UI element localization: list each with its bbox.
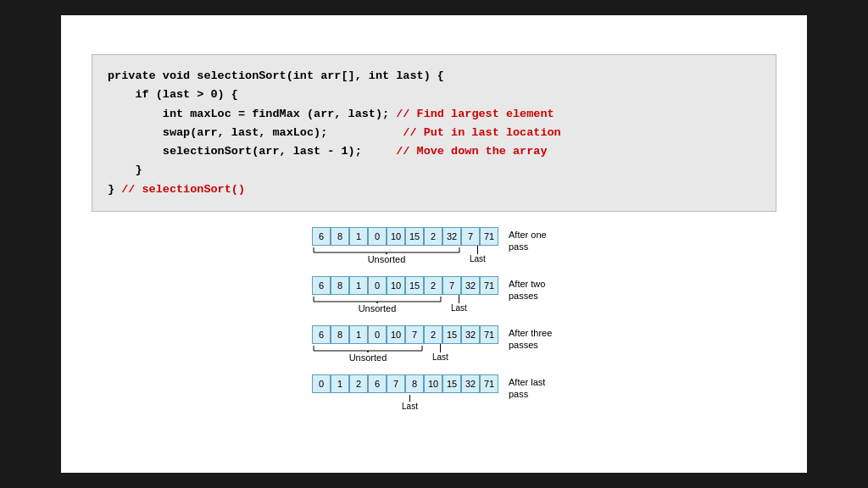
comment-2: // Put in last location [403,126,560,139]
array-wrap-pass2: 68101015273271UnsortedLast [312,276,498,313]
cell-pass2-0: 6 [312,276,331,295]
last-text-pass_last: Last [402,402,418,411]
brace-svg-pass2 [312,295,442,303]
cell-pass3-2: 1 [349,325,368,344]
array-label-pass3: After three passes [509,327,552,352]
cell-pass1-9: 71 [480,227,498,246]
cell-pass3-3: 0 [368,325,387,344]
cell-pass1-1: 8 [331,227,349,246]
cell-pass2-4: 10 [387,276,405,295]
brace-svg-pass1 [312,246,461,254]
cell-pass2-1: 8 [331,276,349,295]
code-line-6: } [108,161,760,180]
cell-pass_last-7: 15 [442,374,461,393]
array-wrap-pass1: 68101015232771UnsortedLast [312,227,498,264]
unsorted-label-pass3: Unsorted [312,352,424,363]
array-wrap-pass_last: 01267810153271Last [312,374,498,411]
cell-pass3-8: 32 [461,325,480,344]
code-line-3: int maxLoc = findMax (arr, last); // Fin… [108,105,760,124]
cell-pass2-9: 71 [480,276,498,295]
cell-pass1-0: 6 [312,227,331,246]
cell-pass1-7: 32 [442,227,461,246]
cell-pass_last-3: 6 [368,374,387,393]
comment-3: // Move down the array [396,145,547,158]
code-line-4: swap(arr, last, maxLoc); // Put in last … [108,124,760,142]
cell-pass3-5: 7 [405,325,424,344]
cell-pass2-8: 32 [461,276,480,295]
last-text-pass2: Last [451,303,467,313]
array-row-pass2: 68101015273271UnsortedLastAfter two pass… [312,276,545,313]
code-line-5: selectionSort(arr, last - 1); // Move do… [108,142,760,161]
cell-pass3-0: 6 [312,325,331,344]
code-block: private void selectionSort(int arr[], in… [92,54,776,212]
cell-pass2-2: 1 [349,276,368,295]
cell-pass2-3: 0 [368,276,387,295]
cell-pass1-3: 0 [368,227,387,246]
cell-pass3-7: 15 [442,325,461,344]
code-line-7: } // selectionSort() [108,180,760,199]
last-indicator-pass1: Last [470,246,486,263]
cell-pass1-4: 10 [387,227,405,246]
cell-pass3-4: 10 [387,325,405,344]
array-label-pass2: After two passes [509,278,545,302]
last-indicator-pass3: Last [432,344,448,362]
cells-pass3: 68101072153271 [312,325,498,344]
cell-pass2-5: 15 [405,276,424,295]
cell-pass_last-6: 10 [424,374,442,393]
unsorted-label-pass2: Unsorted [312,303,442,313]
array-wrap-pass3: 68101072153271UnsortedLast [312,325,498,363]
array-row-pass3: 68101072153271UnsortedLastAfter three pa… [312,325,552,363]
comment-1: // Find largest element [396,108,554,120]
cell-pass_last-8: 32 [461,374,480,393]
arrays-section: 68101015232771UnsortedLastAfter one pass… [312,227,776,416]
last-text-pass3: Last [432,352,448,362]
cells-pass1: 68101015232771 [312,227,498,246]
cell-pass3-1: 8 [331,325,349,344]
cells-pass_last: 01267810153271 [312,374,498,393]
cell-pass1-6: 2 [424,227,442,246]
code-line-2: if (last > 0) { [108,86,760,104]
array-label-pass1: After one pass [509,229,547,253]
cell-pass2-6: 2 [424,276,442,295]
array-row-pass_last: 01267810153271LastAfter last pass [312,374,545,411]
code-line-1: private void selectionSort(int arr[], in… [108,67,760,86]
cell-pass_last-2: 2 [349,374,368,393]
array-label-pass_last: After last pass [509,376,545,401]
cell-pass2-7: 7 [442,276,461,295]
comment-4: // selectionSort() [121,183,245,196]
cell-pass1-2: 1 [349,227,368,246]
cell-pass3-9: 71 [480,325,498,344]
cell-pass_last-1: 1 [331,374,349,393]
cell-pass_last-0: 0 [312,374,331,393]
last-indicator-pass2: Last [451,295,467,313]
array-row-pass1: 68101015232771UnsortedLastAfter one pass [312,227,547,264]
brace-svg-pass3 [312,344,424,352]
cell-pass1-8: 7 [461,227,480,246]
cells-pass2: 68101015273271 [312,276,498,295]
cell-pass_last-9: 71 [480,374,498,393]
slide: private void selectionSort(int arr[], in… [61,15,807,473]
cell-pass_last-4: 7 [387,374,405,393]
last-text-pass1: Last [470,254,486,263]
cell-pass1-5: 15 [405,227,424,246]
cell-pass3-6: 2 [424,325,442,344]
unsorted-label-pass1: Unsorted [312,254,461,264]
cell-pass_last-5: 8 [405,374,424,393]
last-indicator-pass_last: Last [321,395,498,411]
